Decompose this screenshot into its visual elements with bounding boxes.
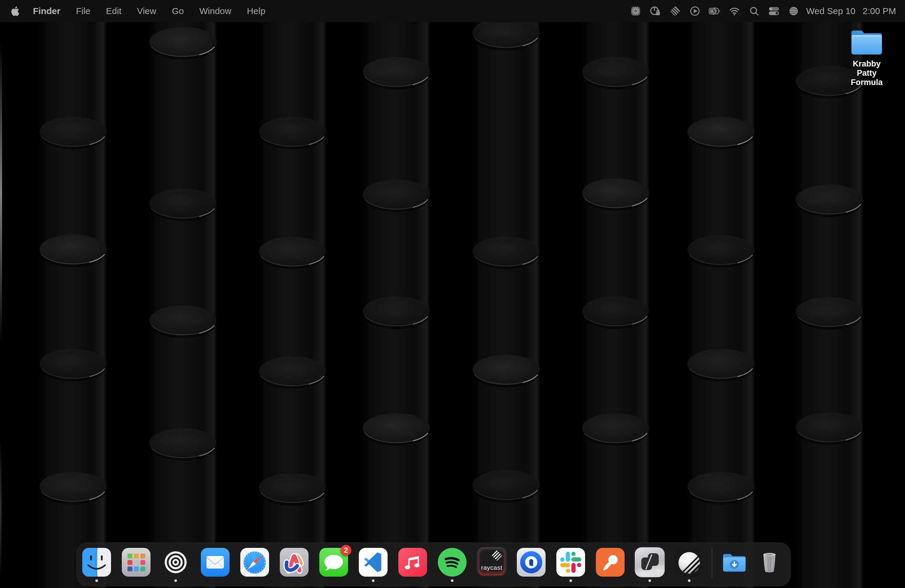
dock-divider <box>712 547 712 578</box>
dock-downloads-folder[interactable] <box>720 547 747 577</box>
apple-music-icon <box>398 547 428 577</box>
running-indicator <box>570 579 572 582</box>
spotlight-search-icon[interactable] <box>748 5 760 17</box>
menu-bar-left: Finder File Edit View Go Window Help <box>11 6 265 16</box>
apple-logo-icon <box>11 6 19 16</box>
dock-raycast[interactable]: raycast <box>477 547 506 577</box>
trash-icon <box>757 547 782 577</box>
dock: 2 <box>76 542 791 586</box>
dock-striped-sphere-app[interactable] <box>674 547 704 577</box>
menu-bar: Finder File Edit View Go Window Help <box>0 0 905 22</box>
menu-window[interactable]: Window <box>199 6 231 16</box>
running-indicator <box>649 579 651 582</box>
dock-messages[interactable]: 2 <box>319 547 349 577</box>
menu-go[interactable]: Go <box>172 6 184 16</box>
battery-charging-icon[interactable] <box>709 5 721 17</box>
app-menu-finder[interactable]: Finder <box>33 6 60 16</box>
burst-icon[interactable] <box>630 5 641 17</box>
running-indicator <box>95 579 98 582</box>
notification-badge: 2 <box>341 545 351 556</box>
dock-trash[interactable] <box>757 547 782 577</box>
raycast-icon: raycast <box>477 547 506 577</box>
dock-arc-browser[interactable] <box>279 547 309 577</box>
dock-launchpad[interactable] <box>121 547 151 577</box>
play-circle-icon[interactable] <box>689 5 701 17</box>
menu-help[interactable]: Help <box>247 6 265 16</box>
striped-diamond-icon[interactable] <box>669 5 681 17</box>
downloads-folder-icon <box>720 547 747 577</box>
launchpad-icon <box>121 547 151 577</box>
control-center-icon[interactable] <box>768 5 780 17</box>
running-indicator <box>175 579 177 582</box>
menu-edit[interactable]: Edit <box>106 6 122 16</box>
finder-icon <box>82 547 112 577</box>
desktop-folder-krabby-patty-formula[interactable]: Krabby Patty Formula <box>843 28 891 87</box>
dock-marble-tile-app[interactable] <box>635 547 665 577</box>
dock-finder[interactable] <box>82 547 112 577</box>
vscode-icon <box>358 547 388 577</box>
running-indicator <box>372 579 375 582</box>
apple-menu[interactable] <box>11 6 19 16</box>
1password-icon <box>516 547 546 577</box>
menu-view[interactable]: View <box>137 6 156 16</box>
menu-bar-status-area: Wed Sep 10 2:00 PM <box>622 5 896 17</box>
menu-bar-date[interactable]: Wed Sep 10 <box>806 6 856 16</box>
menu-bar-clock[interactable]: 2:00 PM <box>862 6 896 16</box>
dock-mail[interactable] <box>200 547 230 577</box>
dock-vscode[interactable] <box>358 547 388 577</box>
running-indicator <box>688 579 691 582</box>
dock-concentric-rings-app[interactable] <box>161 547 191 577</box>
dock-spotify[interactable] <box>437 547 467 577</box>
macos-desktop: Finder File Edit View Go Window Help <box>0 0 905 588</box>
wifi-icon[interactable] <box>729 5 740 17</box>
concentric-rings-icon <box>161 547 191 577</box>
spotify-icon <box>437 547 467 577</box>
blue-folder-icon <box>849 28 884 57</box>
arc-browser-icon <box>279 547 309 577</box>
screen-lock-icon[interactable] <box>649 5 661 17</box>
running-indicator <box>451 579 454 582</box>
swirl-globe-icon[interactable] <box>788 5 800 17</box>
desktop-folder-label: Krabby Patty Formula <box>843 59 891 87</box>
mail-icon <box>200 547 230 577</box>
striped-sphere-icon <box>674 547 704 577</box>
dock-apple-music[interactable] <box>398 547 428 577</box>
menu-file[interactable]: File <box>76 6 90 16</box>
raycast-panel <box>478 549 505 575</box>
dock-1password[interactable] <box>516 547 546 577</box>
dock-postman[interactable] <box>595 547 625 577</box>
safari-icon <box>240 547 270 577</box>
dock-safari[interactable] <box>240 547 270 577</box>
dock-slack[interactable] <box>556 547 586 577</box>
slack-icon <box>556 547 586 577</box>
marble-tile-icon <box>635 547 665 577</box>
raycast-wordmark: raycast <box>477 564 506 571</box>
desktop-wallpaper <box>0 0 905 588</box>
postman-icon <box>595 547 625 577</box>
